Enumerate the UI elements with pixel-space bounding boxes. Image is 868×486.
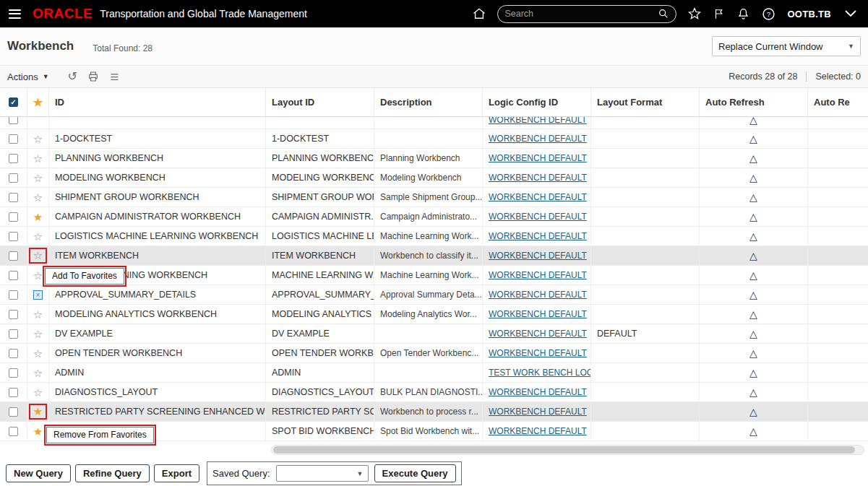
row-checkbox[interactable] [9,232,18,241]
favorite-star-icon[interactable]: ☆ [33,270,43,281]
row-checkbox[interactable] [9,427,18,436]
cell-auto-re [808,344,868,363]
print-icon[interactable] [87,71,99,82]
cell-id: ADMIN [49,363,266,382]
saved-query-select[interactable]: ▼ [276,465,369,482]
column-header-description[interactable]: Description [374,88,483,116]
column-header-id[interactable]: ID [49,88,266,116]
refine-query-button[interactable]: Refine Query [75,464,150,482]
execute-query-button[interactable]: Execute Query [374,464,456,482]
table-row: ☆SHIPMENT GROUP WORKBENCHSHIPMENT GROUP … [0,188,868,207]
notifications-bell-icon[interactable] [736,6,750,21]
row-checkbox[interactable] [9,271,18,280]
cell-layout-id: ITEM WORKBENCH [266,246,374,265]
hamburger-menu-icon[interactable] [9,9,21,19]
logic-config-link[interactable]: WORKBENCH DEFAULT [489,407,587,417]
table-row: ☆DV EXAMPLEDV EXAMPLEWORKBENCH DEFAULTDE… [0,324,868,344]
column-header-auto-re[interactable]: Auto Re [808,88,868,116]
logic-config-link[interactable]: WORKBENCH DEFAULT [489,134,587,144]
total-found-label: Total Found: 28 [93,43,152,53]
flag-icon[interactable] [713,6,726,21]
global-search-box[interactable] [497,5,676,23]
row-favorite-cell [27,117,49,129]
cell-logic-config: WORKBENCH DEFAULT [483,344,591,363]
logic-config-link[interactable]: WORKBENCH DEFAULT [489,117,587,125]
window-mode-select[interactable]: Replace Current Window ▼ [712,36,861,56]
row-checkbox[interactable] [9,349,18,358]
favorite-star-icon[interactable]: ☆ [33,368,43,378]
column-header-logic-config-id[interactable]: Logic Config ID [483,88,591,116]
favorite-star-icon[interactable]: ☆ [33,387,43,398]
table-row: ★RESTRICTED PARTY SCREENING ENHANCED WOR… [0,402,868,422]
row-select-cell [0,383,27,402]
logic-config-link[interactable]: WORKBENCH DEFAULT [489,153,587,163]
row-checkbox[interactable] [9,154,18,163]
home-icon[interactable] [472,6,486,21]
favorite-star-icon[interactable]: ☆ [33,309,43,320]
favorite-star-icon[interactable]: ★ [33,212,43,222]
row-checkbox[interactable] [9,329,18,339]
row-checkbox[interactable] [9,193,18,202]
cell-logic-config: WORKBENCH DEFAULT [483,117,591,129]
favorite-star-icon[interactable]: ☆ [33,348,43,359]
row-checkbox[interactable] [9,368,18,378]
cell-id: MODELING WORKBENCH [49,168,266,187]
logic-config-link[interactable]: TEST WORK BENCH LOG... [489,368,591,378]
favorite-star-icon[interactable]: ★ [33,426,43,437]
favorite-star-icon[interactable]: ☆ [33,231,43,242]
row-checkbox[interactable] [9,212,18,222]
cell-auto-re [808,422,868,441]
logic-config-link[interactable]: WORKBENCH DEFAULT [489,192,587,202]
actions-menu-button[interactable]: Actions ▼ [7,71,49,82]
favorite-star-icon[interactable]: ☆ [33,192,43,203]
favorites-star-icon[interactable] [687,6,702,21]
favorite-star-icon[interactable]: ☆ [33,173,43,183]
row-favorite-cell: ☆ [27,227,49,246]
row-checkbox[interactable] [9,251,18,261]
logic-config-link[interactable]: WORKBENCH DEFAULT [489,251,587,261]
user-menu-chevron-icon[interactable] [842,7,859,20]
row-checkbox[interactable] [9,388,18,397]
search-icon[interactable] [658,8,669,19]
select-all-checkbox[interactable]: ✓ [9,97,18,107]
logic-config-link[interactable]: WORKBENCH DEFAULT [489,329,587,339]
chevron-down-icon: ▼ [848,43,854,50]
row-checkbox[interactable] [9,407,18,417]
logic-config-link[interactable]: WORKBENCH DEFAULT [489,309,587,319]
row-favorite-cell: ★ [27,402,49,421]
export-button[interactable]: Export [154,464,199,482]
user-menu-label[interactable]: OOTB.TB [787,9,831,19]
row-select-cell [0,129,27,148]
auto-refresh-icon: △ [749,290,757,300]
column-header-layout-id[interactable]: Layout ID [266,88,374,116]
logic-config-link[interactable]: WORKBENCH DEFAULT [489,290,587,300]
new-query-button[interactable]: New Query [6,464,71,482]
column-header-layout-format[interactable]: Layout Format [591,88,700,116]
cell-logic-config: WORKBENCH DEFAULT [483,383,591,402]
logic-config-link[interactable]: WORKBENCH DEFAULT [489,387,587,397]
logic-config-link[interactable]: WORKBENCH DEFAULT [489,173,587,183]
logic-config-link[interactable]: WORKBENCH DEFAULT [489,426,587,436]
favorite-star-icon[interactable]: ★ [33,406,43,417]
favorite-star-icon[interactable]: ☆ [33,250,43,261]
favorite-star-icon[interactable]: ☆ [33,153,43,164]
row-checkbox[interactable] [9,117,18,124]
logic-config-link[interactable]: WORKBENCH DEFAULT [489,270,587,280]
row-checkbox[interactable] [9,134,18,144]
column-header-auto-refresh[interactable]: Auto Refresh [700,88,808,116]
horizontal-scrollbar-thumb[interactable] [273,446,855,454]
row-checkbox[interactable] [9,173,18,183]
refresh-icon[interactable]: ↺ [68,71,77,82]
favorite-star-icon[interactable]: ☆ [33,329,43,339]
help-icon[interactable]: ? [761,6,776,22]
list-view-icon[interactable] [109,71,120,82]
row-checkbox[interactable] [9,290,18,300]
cell-logic-config: WORKBENCH DEFAULT [483,305,591,324]
row-checkbox[interactable] [9,310,18,319]
favorite-star-icon[interactable]: ☆ [33,134,43,144]
logic-config-link[interactable]: WORKBENCH DEFAULT [489,348,587,358]
horizontal-scrollbar[interactable] [271,445,864,455]
search-input[interactable] [504,9,658,19]
logic-config-link[interactable]: WORKBENCH DEFAULT [489,231,587,241]
logic-config-link[interactable]: WORKBENCH DEFAULT [489,212,587,222]
